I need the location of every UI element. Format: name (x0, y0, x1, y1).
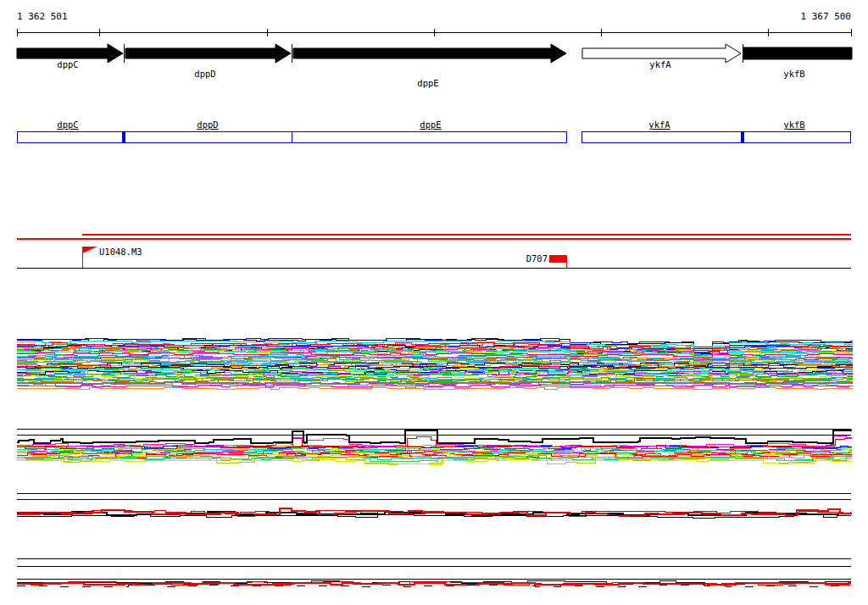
profile-line (17, 387, 853, 389)
marker-box-rect (549, 255, 567, 263)
gene-arrow-label: dppE (417, 79, 438, 88)
gene-arrow-label: ykfB (783, 69, 804, 79)
profile-line (17, 382, 853, 384)
coverage-band-upper (17, 508, 851, 518)
marker-flag-label: U1048.M3 (99, 247, 142, 257)
gene-box-ykfA[interactable] (582, 132, 743, 143)
tracks-canvas (0, 0, 868, 605)
gene-box-ykfB[interactable] (743, 132, 851, 143)
profile-envelope (17, 430, 852, 443)
gene-arrow-ykfB[interactable] (743, 47, 852, 59)
gene-box-label[interactable]: ykfB (783, 120, 804, 130)
gene-arrow-label: dppC (57, 60, 78, 69)
gene-box-label[interactable]: dppC (57, 120, 78, 130)
gene-arrow-label: ykfA (649, 60, 670, 69)
gene-arrow-dppD[interactable] (125, 44, 291, 63)
gene-box-divider (122, 131, 125, 143)
coverage-band-lower (17, 580, 851, 586)
gene-box-dppC[interactable] (18, 132, 125, 143)
genome-browser-view: 1 362 501 1 367 500 dppC dppD dppE ykfA … (0, 0, 868, 605)
gene-arrow-label: dppD (194, 69, 215, 79)
expression-band-dense (17, 338, 853, 389)
marker-box-D707[interactable] (549, 255, 567, 268)
gene-box-dppD[interactable] (125, 132, 292, 143)
gene-box-label[interactable]: dppD (197, 120, 218, 130)
marker-flag-pennant (82, 247, 97, 253)
gene-arrow-dppE[interactable] (293, 44, 566, 63)
marker-box-label: D707 (526, 254, 548, 264)
marker-flag-U1048[interactable] (82, 247, 97, 268)
gene-box-dppE[interactable] (292, 132, 567, 143)
coordinate-start: 1 362 501 (17, 11, 68, 22)
gene-box-label[interactable]: ykfA (648, 120, 670, 130)
gene-box-divider (741, 131, 744, 143)
coordinate-end: 1 367 500 (800, 11, 851, 22)
gene-box-label[interactable]: dppE (420, 120, 441, 130)
